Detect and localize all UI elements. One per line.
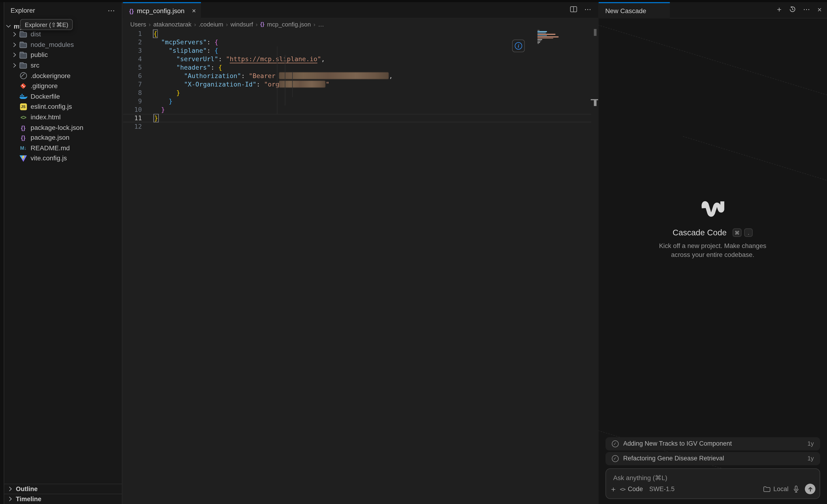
sidebar-section-timeline[interactable]: Timeline <box>4 494 122 504</box>
section-label: Outline <box>16 485 38 493</box>
period-keycap: . <box>744 228 753 237</box>
code-text: } <box>153 105 165 114</box>
code-line-2[interactable]: 2 "mcpServers": { <box>123 38 598 46</box>
tree-file-package-lock.json[interactable]: {}package-lock.json <box>4 122 122 133</box>
breadcrumb-item[interactable]: atakanoztarak <box>153 21 192 27</box>
cascade-header-actions: + ⋯ × <box>777 0 822 18</box>
explorer-more-icon[interactable]: ⋯ <box>108 6 115 14</box>
tree-file-package.json[interactable]: {}package.json <box>4 133 122 143</box>
tree-item-label: eslint.config.js <box>31 103 72 111</box>
cascade-input-toolbar: + <> Code SWE-1.5 Local <box>611 483 816 495</box>
tree-item-label: vite.config.js <box>31 155 67 162</box>
tree-file-eslint.config.js[interactable]: JSeslint.config.js <box>4 101 122 112</box>
tree-file-.gitignore[interactable]: .gitignore <box>4 81 122 91</box>
tree-item-label: package-lock.json <box>31 124 84 131</box>
cascade-close-icon[interactable]: × <box>817 5 822 13</box>
microphone-icon[interactable] <box>793 485 799 493</box>
tree-file-index.html[interactable]: <>index.html <box>4 112 122 122</box>
code-line-3[interactable]: 3 "sliplane": { <box>123 46 598 55</box>
tree-file-README.md[interactable]: M↓README.md <box>4 143 122 153</box>
editor-actions: ⋯ <box>570 5 592 13</box>
breadcrumb-separator: › <box>149 21 151 27</box>
tab-mcp-config[interactable]: {} mcp_config.json × <box>123 2 201 18</box>
code-text: "mcpServers": { <box>153 38 218 46</box>
breadcrumb-item[interactable]: windsurf <box>231 21 253 27</box>
code-text: "sliplane": { <box>153 46 218 55</box>
conversation-item[interactable]: ✓Refactoring Gene Disease Retrieval1y <box>605 452 820 465</box>
code-text: } <box>153 97 173 105</box>
model-selector[interactable]: SWE-1.5 <box>649 485 675 493</box>
code-line-10[interactable]: 10 } <box>123 105 598 114</box>
conversation-item[interactable]: ✓Adding New Tracks to IGV Component1y <box>605 437 820 450</box>
indent-guide <box>285 55 285 105</box>
code-text: } <box>153 89 180 97</box>
split-editor-icon[interactable] <box>570 6 577 12</box>
tab-new-cascade[interactable]: New Cascade <box>598 2 670 18</box>
overview-ruler-mark-stem <box>594 100 596 106</box>
code-text: { <box>153 30 157 38</box>
explorer-tooltip: Explorer (⇧⌘E) <box>20 19 73 30</box>
explorer-header: Explorer ⋯ <box>4 2 122 18</box>
check-circle-icon: ✓ <box>612 440 618 447</box>
breadcrumb-item[interactable]: .codeium <box>199 21 223 27</box>
code-line-11[interactable]: 11} <box>123 114 591 122</box>
editor-tab-bar: {} mcp_config.json × ⋯ <box>123 0 598 18</box>
location-selector[interactable]: Local <box>763 485 788 493</box>
window-top-edge <box>0 0 827 2</box>
chevron-right-icon <box>12 63 16 67</box>
cascade-more-icon[interactable]: ⋯ <box>803 5 811 13</box>
js-file-icon: JS <box>20 103 27 110</box>
inline-info-button[interactable]: i <box>512 40 525 52</box>
ignore-file-icon <box>20 72 27 79</box>
mode-selector[interactable]: <> Code <box>620 485 643 493</box>
editor-more-icon[interactable]: ⋯ <box>584 5 592 13</box>
windsurf-logo <box>700 200 725 220</box>
tree-file-vite.config.js[interactable]: vite.config.js <box>4 153 122 164</box>
sidebar-section-outline[interactable]: Outline <box>4 484 122 494</box>
line-number: 5 <box>123 63 142 72</box>
breadcrumb-item[interactable]: mcp_config.json <box>267 21 311 27</box>
history-icon[interactable] <box>788 5 796 13</box>
indent-guide <box>277 46 277 114</box>
editor-group: {} mcp_config.json × ⋯ Users›atakanoztar… <box>123 0 598 504</box>
chevron-right-icon <box>7 487 12 491</box>
breadcrumb-item[interactable]: … <box>318 21 324 27</box>
folder-icon <box>19 63 27 69</box>
folder-icon <box>19 32 27 38</box>
tab-close-icon[interactable]: × <box>192 7 196 15</box>
code-line-7[interactable]: 7 "X-Organization-Id": "org" <box>123 80 598 89</box>
breadcrumb-separator: › <box>194 21 196 27</box>
folder-icon <box>19 53 27 58</box>
windsurf-window: Explorer ⋯ my Explorer (⇧⌘E) distnode_mo… <box>0 0 827 504</box>
code-text: "serverUrl": "https://mcp.sliplane.io", <box>153 55 325 63</box>
tree-item-label: .gitignore <box>31 82 58 90</box>
tree-folder-dist[interactable]: dist <box>4 29 122 40</box>
tree-item-label: Dockerfile <box>31 93 60 100</box>
code-line-8[interactable]: 8 } <box>123 89 598 97</box>
tree-file-Dockerfile[interactable]: Dockerfile <box>4 91 122 101</box>
scrollbar-thumb[interactable] <box>594 29 596 36</box>
send-button[interactable] <box>805 484 816 494</box>
explorer-sidebar: Explorer ⋯ my Explorer (⇧⌘E) distnode_mo… <box>0 0 123 504</box>
cmd-keycap: ⌘ <box>733 228 742 237</box>
docker-icon <box>19 93 28 100</box>
minimap[interactable] <box>537 30 601 44</box>
code-line-1[interactable]: 1{ <box>123 30 598 38</box>
tree-file-.dockerignore[interactable]: .dockerignore <box>4 70 122 81</box>
code-line-12[interactable]: 12 <box>123 122 598 131</box>
code-mode-icon: <> <box>620 486 625 492</box>
breadcrumb-item[interactable]: Users <box>130 21 146 27</box>
code-line-4[interactable]: 4 "serverUrl": "https://mcp.sliplane.io"… <box>123 55 598 63</box>
cascade-input-box[interactable]: Ask anything (⌘L) + <> Code SWE-1.5 Loca… <box>605 468 820 499</box>
conversation-history-list: ✓Adding New Tracks to IGV Component1y✓Re… <box>605 437 820 466</box>
code-area[interactable]: 1{2 "mcpServers": {3 "sliplane": {4 "ser… <box>123 30 598 131</box>
attach-plus-icon[interactable]: + <box>611 485 616 494</box>
tree-folder-src[interactable]: src <box>4 60 122 70</box>
code-line-6[interactable]: 6 "Authorization": "Bearer , <box>123 72 598 80</box>
tree-folder-node_modules[interactable]: node_modules <box>4 40 122 50</box>
new-cascade-icon[interactable]: + <box>777 5 782 14</box>
code-line-9[interactable]: 9 } <box>123 97 598 105</box>
code-line-5[interactable]: 5 "headers": { <box>123 63 598 72</box>
info-icon: i <box>515 42 522 50</box>
tree-folder-public[interactable]: public <box>4 50 122 60</box>
